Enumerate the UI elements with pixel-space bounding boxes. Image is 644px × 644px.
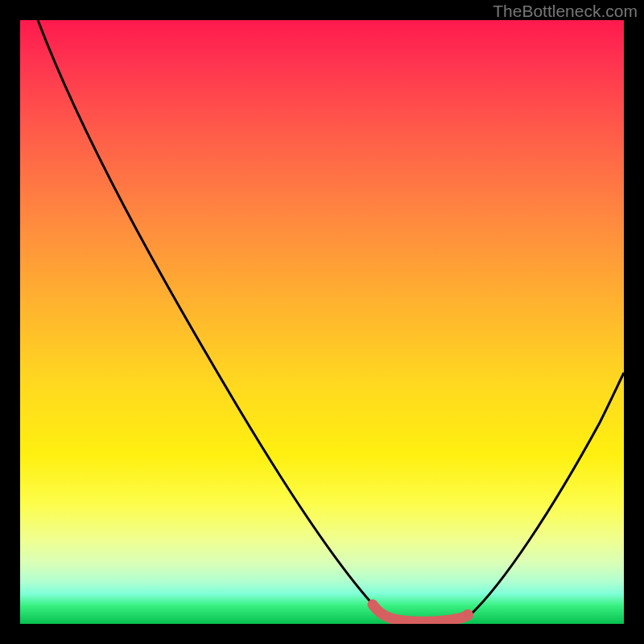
optimal-point-marker [462, 609, 473, 621]
chart-plot-area [20, 20, 624, 624]
curve-overlay [20, 20, 624, 624]
watermark-text: TheBottleneck.com [493, 2, 638, 21]
optimal-zone-highlight [373, 605, 468, 621]
bottleneck-curve-path [38, 20, 624, 622]
